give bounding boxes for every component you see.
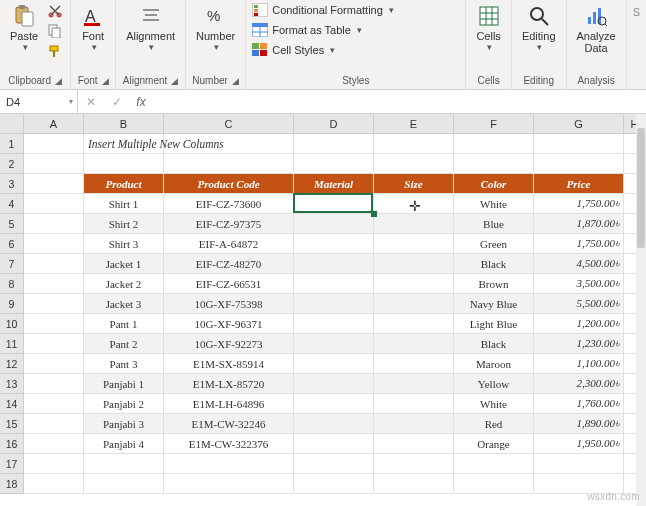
row-header-1[interactable]: 1	[0, 134, 24, 154]
scrollbar-thumb[interactable]	[637, 128, 645, 248]
cell[interactable]: 4,500.00৳	[534, 254, 624, 274]
format-painter-button[interactable]	[46, 42, 64, 60]
formula-input[interactable]	[152, 90, 646, 113]
paste-button[interactable]: Paste ▾	[6, 2, 42, 54]
cell[interactable]: Pant 1	[84, 314, 164, 334]
cell[interactable]	[84, 454, 164, 474]
cell[interactable]: 10G-XF-92273	[164, 334, 294, 354]
row-header-4[interactable]: 4	[0, 194, 24, 214]
cell[interactable]: EIF-A-64872	[164, 234, 294, 254]
cell[interactable]: Jacket 1	[84, 254, 164, 274]
cell[interactable]	[374, 414, 454, 434]
row-header-5[interactable]: 5	[0, 214, 24, 234]
cell[interactable]	[374, 294, 454, 314]
cell[interactable]	[164, 134, 294, 154]
cell[interactable]	[374, 374, 454, 394]
cell[interactable]	[294, 394, 374, 414]
cell[interactable]: 1,750.00৳	[534, 194, 624, 214]
cell[interactable]	[534, 134, 624, 154]
cell[interactable]	[534, 454, 624, 474]
dialog-launcher-icon[interactable]: ◢	[232, 76, 239, 86]
cell[interactable]	[374, 314, 454, 334]
cell[interactable]: 10G-XF-75398	[164, 294, 294, 314]
cell[interactable]: 1,100.00৳	[534, 354, 624, 374]
cell[interactable]	[294, 414, 374, 434]
cell[interactable]	[294, 154, 374, 174]
column-header-B[interactable]: B	[84, 114, 164, 134]
cell[interactable]	[454, 474, 534, 494]
row-header-13[interactable]: 13	[0, 374, 24, 394]
cell[interactable]: Black	[454, 254, 534, 274]
number-button[interactable]: % Number ▾	[192, 2, 239, 54]
cell[interactable]	[24, 474, 84, 494]
alignment-button[interactable]: Alignment ▾	[122, 2, 179, 54]
row-header-2[interactable]: 2	[0, 154, 24, 174]
row-header-8[interactable]: 8	[0, 274, 24, 294]
cell[interactable]: Pant 3	[84, 354, 164, 374]
cell[interactable]: Product Code	[164, 174, 294, 194]
vertical-scrollbar[interactable]	[636, 114, 646, 506]
column-header-F[interactable]: F	[454, 114, 534, 134]
cancel-formula-button[interactable]: ✕	[78, 95, 104, 109]
conditional-formatting-button[interactable]: Conditional Formatting▾	[252, 2, 394, 18]
fill-handle[interactable]	[371, 211, 377, 217]
cell[interactable]: EIF-CZ-48270	[164, 254, 294, 274]
column-header-D[interactable]: D	[294, 114, 374, 134]
cell[interactable]: EIF-CZ-97375	[164, 214, 294, 234]
cell[interactable]: Panjabi 4	[84, 434, 164, 454]
dialog-launcher-icon[interactable]: ◢	[102, 76, 109, 86]
cell[interactable]: Color	[454, 174, 534, 194]
cell[interactable]	[24, 294, 84, 314]
cell[interactable]	[454, 454, 534, 474]
cell[interactable]: Navy Blue	[454, 294, 534, 314]
cell[interactable]: 2,300.00৳	[534, 374, 624, 394]
cell[interactable]: Shirt 2	[84, 214, 164, 234]
cell[interactable]: Shirt 3	[84, 234, 164, 254]
cell[interactable]	[374, 354, 454, 374]
row-header-18[interactable]: 18	[0, 474, 24, 494]
cell[interactable]	[24, 374, 84, 394]
cell[interactable]	[294, 354, 374, 374]
cell[interactable]: Price	[534, 174, 624, 194]
cell[interactable]	[374, 334, 454, 354]
cell[interactable]: 3,500.00৳	[534, 274, 624, 294]
cell[interactable]: White	[454, 394, 534, 414]
enter-formula-button[interactable]: ✓	[104, 95, 130, 109]
row-header-7[interactable]: 7	[0, 254, 24, 274]
cell-styles-button[interactable]: Cell Styles▾	[252, 42, 335, 58]
cell[interactable]: Brown	[454, 274, 534, 294]
cell[interactable]	[374, 194, 454, 214]
cell[interactable]: Red	[454, 414, 534, 434]
cell[interactable]	[294, 434, 374, 454]
worksheet-grid[interactable]: ABCDEFGH 123456789101112131415161718 Ins…	[0, 114, 646, 506]
cell[interactable]: E1M-CW-322376	[164, 434, 294, 454]
cell[interactable]	[374, 274, 454, 294]
cell[interactable]: 5,500.00৳	[534, 294, 624, 314]
cell[interactable]	[374, 254, 454, 274]
cell[interactable]	[84, 474, 164, 494]
row-header-15[interactable]: 15	[0, 414, 24, 434]
fx-icon[interactable]: fx	[130, 95, 152, 109]
row-header-11[interactable]: 11	[0, 334, 24, 354]
cell[interactable]: Light Blue	[454, 314, 534, 334]
row-header-17[interactable]: 17	[0, 454, 24, 474]
row-header-12[interactable]: 12	[0, 354, 24, 374]
cell[interactable]	[294, 334, 374, 354]
cell[interactable]	[454, 134, 534, 154]
cell[interactable]	[454, 154, 534, 174]
column-header-C[interactable]: C	[164, 114, 294, 134]
column-header-A[interactable]: A	[24, 114, 84, 134]
cell[interactable]: 1,750.00৳	[534, 234, 624, 254]
cell[interactable]: Size	[374, 174, 454, 194]
cell[interactable]	[24, 154, 84, 174]
overflow-button[interactable]: S	[629, 2, 644, 20]
cell[interactable]: Jacket 3	[84, 294, 164, 314]
cell[interactable]	[374, 434, 454, 454]
cell[interactable]: Product	[84, 174, 164, 194]
cell[interactable]	[24, 274, 84, 294]
cell[interactable]: 10G-XF-96371	[164, 314, 294, 334]
font-button[interactable]: A Font ▾	[77, 2, 109, 54]
cell[interactable]	[294, 234, 374, 254]
cell[interactable]: Jacket 2	[84, 274, 164, 294]
cell[interactable]	[294, 254, 374, 274]
